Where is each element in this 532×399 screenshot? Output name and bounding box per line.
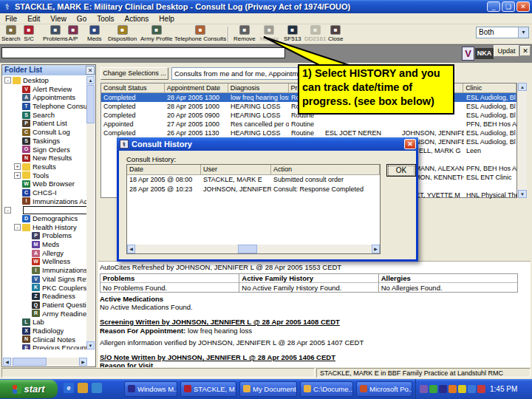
change-selections-button[interactable]: Change Selections ... bbox=[100, 67, 168, 80]
tree-item[interactable]: I Immunizations bbox=[3, 266, 87, 275]
patient-bar-close-icon[interactable]: ✕ bbox=[520, 46, 531, 56]
scroll-right-icon[interactable]: ▶ bbox=[372, 245, 380, 253]
show-desktop-icon[interactable] bbox=[78, 383, 88, 393]
tree-item[interactable]: + Results bbox=[3, 163, 87, 171]
tray-alert-icon[interactable] bbox=[449, 385, 457, 393]
column-header[interactable]: Action bbox=[271, 165, 380, 175]
expand-toggle-icon[interactable] bbox=[14, 129, 21, 135]
taskbar-button[interactable]: My Documents bbox=[239, 381, 297, 397]
tree-item[interactable]: Z Readiness bbox=[3, 292, 87, 301]
taskbar-button[interactable]: Microsoft Po... bbox=[356, 381, 412, 397]
history-row[interactable]: 28 Apr 2005 @ 10:23 JOHNSON, JENNIFER L … bbox=[127, 185, 380, 194]
tree-item[interactable]: O Sign Orders bbox=[3, 146, 87, 154]
scrollbar-thumb[interactable] bbox=[86, 85, 95, 123]
expand-toggle-icon[interactable] bbox=[14, 120, 21, 127]
menu-item[interactable]: Tools bbox=[92, 15, 119, 23]
scroll-up-icon[interactable]: ▲ bbox=[518, 83, 527, 91]
expand-toggle-icon[interactable] bbox=[14, 155, 21, 162]
expand-toggle-icon[interactable] bbox=[14, 327, 21, 334]
tree-item[interactable]: K PKC Couplers bbox=[3, 284, 87, 293]
tree-item[interactable]: M Meds bbox=[3, 240, 87, 249]
expand-toggle-icon[interactable] bbox=[14, 215, 21, 222]
tree-item[interactable]: I Immunizations Admin bbox=[3, 197, 87, 206]
tray-display-icon[interactable] bbox=[420, 385, 428, 393]
taskbar-button[interactable]: STACKLE, M... bbox=[180, 381, 236, 397]
tree-item[interactable]: R Army Readiness bbox=[3, 310, 87, 318]
tray-security-icon[interactable] bbox=[439, 385, 447, 393]
expand-toggle-icon[interactable] bbox=[24, 293, 30, 300]
toolbar-button[interactable]: ■ Problems bbox=[43, 25, 68, 42]
expand-toggle-icon[interactable] bbox=[24, 284, 30, 291]
menu-item[interactable]: Help bbox=[154, 15, 180, 23]
expand-toggle-icon[interactable] bbox=[24, 310, 30, 317]
expand-toggle-icon[interactable] bbox=[24, 267, 30, 273]
menu-item[interactable]: Edit bbox=[22, 15, 45, 23]
folder-list-close-icon[interactable]: ✕ bbox=[86, 66, 95, 75]
tree-item[interactable]: S Search bbox=[3, 111, 87, 120]
expand-toggle-icon[interactable] bbox=[24, 301, 30, 308]
expand-toggle-icon[interactable] bbox=[14, 95, 21, 101]
expand-toggle-icon[interactable] bbox=[14, 198, 21, 205]
tree-item[interactable]: - bbox=[3, 205, 87, 214]
start-button[interactable]: start bbox=[0, 380, 58, 398]
expand-toggle-icon[interactable] bbox=[14, 336, 21, 343]
tray-msg-icon[interactable] bbox=[477, 385, 485, 393]
tree-item[interactable]: X Radiology bbox=[3, 327, 87, 335]
tree-item[interactable]: L Lab bbox=[3, 318, 87, 327]
column-header[interactable]: User bbox=[201, 165, 271, 175]
table-row[interactable]: Appointed 27 Apr 2005 1000 Res cancelled… bbox=[101, 120, 516, 129]
tree-item[interactable]: N New Results bbox=[3, 154, 87, 163]
column-header[interactable]: Appointment Date bbox=[165, 83, 228, 93]
toolbar-button[interactable]: ■ S/C bbox=[24, 25, 34, 42]
tree-item[interactable]: N Clinical Notes bbox=[3, 335, 87, 344]
expand-toggle-icon[interactable] bbox=[14, 103, 21, 109]
expand-toggle-icon[interactable] bbox=[24, 250, 30, 256]
toolbar-button[interactable]: ■ DD2161 bbox=[304, 25, 326, 42]
tree-item[interactable]: C Consult Log bbox=[3, 128, 87, 137]
expand-toggle-icon[interactable] bbox=[14, 146, 21, 153]
tree-item[interactable]: D Demographics bbox=[3, 214, 87, 223]
expand-toggle-icon[interactable] bbox=[14, 137, 21, 144]
toolbar-button[interactable]: ■ Army Profile bbox=[140, 25, 173, 42]
update-button[interactable]: Updat bbox=[494, 45, 519, 57]
menu-item[interactable]: Actions bbox=[120, 15, 154, 23]
taskbar-button[interactable]: Windows M... bbox=[124, 381, 177, 397]
expand-toggle-icon[interactable] bbox=[14, 345, 21, 349]
scroll-down-icon[interactable]: ▼ bbox=[86, 341, 95, 349]
tray-update-icon[interactable] bbox=[458, 385, 466, 393]
scroll-down-icon[interactable]: ▼ bbox=[518, 190, 527, 198]
tree-item[interactable]: + Tools bbox=[3, 171, 87, 180]
toolbar-button[interactable]: ■ History bbox=[260, 25, 279, 42]
tree-item[interactable]: A Appointments bbox=[3, 93, 87, 102]
tree-item[interactable]: T Telephone Consults bbox=[3, 102, 87, 111]
tree-item[interactable]: C CHCS-I bbox=[3, 188, 87, 197]
toolbar-button[interactable]: ■ Meds bbox=[87, 25, 102, 42]
history-row[interactable]: 18 Apr 2005 @ 08:00 STACKLE, MARK E Subm… bbox=[127, 175, 380, 185]
tree-item[interactable]: - Health History bbox=[3, 223, 87, 232]
menu-item[interactable]: File bbox=[0, 15, 22, 23]
scroll-left-icon[interactable]: ◀ bbox=[3, 358, 11, 366]
both-dropdown[interactable]: Both ▼ bbox=[476, 27, 529, 38]
tray-volume-icon[interactable] bbox=[468, 385, 476, 393]
tree-item[interactable]: P Problems bbox=[3, 231, 87, 240]
taskbar-button[interactable]: C:\Docume... bbox=[300, 381, 353, 397]
column-header[interactable]: Consult Status bbox=[101, 83, 165, 93]
tree-item[interactable]: A Allergy bbox=[3, 249, 87, 258]
ie-icon[interactable]: e bbox=[64, 383, 74, 393]
expand-toggle-icon[interactable] bbox=[14, 112, 21, 118]
toolbar-button[interactable]: ■ SF513 bbox=[284, 25, 301, 42]
toolbar-button[interactable]: ■ Telephone Consults bbox=[174, 25, 226, 42]
expand-toggle-icon[interactable] bbox=[14, 189, 21, 196]
expand-toggle-icon[interactable] bbox=[14, 181, 21, 188]
restore-button[interactable]: ❏ bbox=[502, 1, 515, 12]
tree-item[interactable]: E Previous Encounters bbox=[3, 344, 87, 349]
tray-network-icon[interactable] bbox=[429, 385, 437, 393]
toolbar-button[interactable]: ■ Remove bbox=[233, 25, 256, 42]
menu-item[interactable]: Go bbox=[72, 15, 92, 23]
expand-toggle-icon[interactable] bbox=[24, 241, 30, 248]
scrollbar-thumb[interactable] bbox=[13, 358, 47, 366]
consult-table-scrollbar[interactable]: ▲ ▼ bbox=[518, 83, 527, 198]
expand-toggle-icon[interactable] bbox=[24, 233, 30, 239]
scrollbar-thumb[interactable] bbox=[238, 245, 257, 253]
expand-toggle-icon[interactable] bbox=[14, 86, 21, 92]
